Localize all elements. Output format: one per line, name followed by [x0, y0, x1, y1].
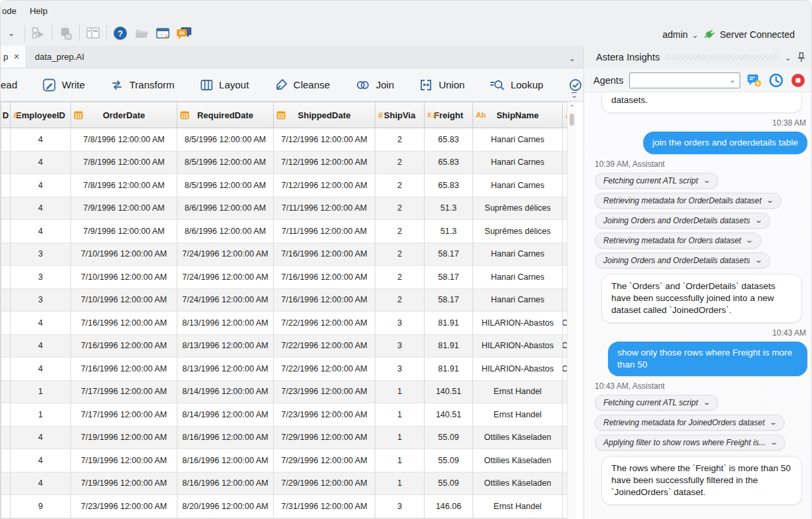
table-row[interactable]: 47/8/1996 12:00:00 AM8/5/1996 12:00:00 A… — [1, 174, 567, 197]
cell[interactable]: 1 — [11, 403, 71, 427]
scroll-up-icon[interactable]: ⌃ — [567, 102, 576, 112]
cell[interactable] — [1, 335, 11, 358]
ribbon-item-cleanse[interactable]: Cleanse — [274, 78, 330, 92]
agent-action-pill[interactable]: Fetching current ATL script⌄ — [595, 173, 718, 189]
table-row[interactable]: 47/16/1996 12:00:00 AM8/13/1996 12:00:00… — [1, 312, 567, 335]
new-chat-icon[interactable] — [746, 72, 762, 88]
cell[interactable]: 2 — [375, 174, 425, 197]
cell[interactable]: 7/29/1996 12:00:00 AM — [274, 427, 375, 450]
cell[interactable]: 55.09 — [425, 449, 473, 472]
agent-action-pill[interactable]: Applying filter to show rows where Freig… — [595, 435, 785, 451]
agent-action-pill[interactable]: Fetching current ATL script⌄ — [595, 395, 718, 411]
user-name[interactable]: admin — [662, 29, 688, 40]
cell[interactable]: 3 — [11, 243, 71, 266]
agent-action-pill[interactable]: Retrieving metadata for Orders dataset⌄ — [595, 233, 761, 249]
column-header-RequiredDate[interactable]: RequiredDate — [177, 102, 274, 128]
cell[interactable] — [1, 220, 11, 243]
table-row[interactable]: 37/10/1996 12:00:00 AM7/24/1996 12:00:00… — [1, 266, 567, 289]
close-icon[interactable]: ✕ — [13, 52, 19, 61]
cell[interactable]: Hanari Carnes — [473, 174, 563, 197]
cell[interactable] — [1, 472, 11, 496]
cell[interactable]: Hanari Carnes — [473, 266, 563, 289]
table-row[interactable]: 97/23/1996 12:00:00 AM8/20/1996 12:00:00… — [1, 495, 567, 518]
cell[interactable]: 4 — [11, 427, 71, 450]
table-row[interactable]: 37/10/1996 12:00:00 AM7/24/1996 12:00:00… — [1, 289, 567, 312]
chevron-down-icon[interactable]: ⌄ — [769, 418, 777, 427]
column-header-EmployeeID[interactable]: #EmployeeID — [11, 102, 71, 128]
table-row[interactable]: 47/19/1996 12:00:00 AM8/16/1996 12:00:00… — [1, 449, 567, 472]
cell[interactable]: Ottilies Käseladen — [473, 449, 563, 472]
cell[interactable]: 7/19/1996 12:00:00 AM — [71, 472, 177, 496]
cell[interactable] — [1, 403, 11, 427]
table-row[interactable]: 47/16/1996 12:00:00 AM8/13/1996 12:00:00… — [1, 335, 567, 358]
chat-message-list[interactable]: datasets.10:38 AMjoin the orders and ord… — [584, 92, 812, 519]
agent-action-pill[interactable]: Joining Orders and OrderDetails datasets… — [595, 253, 770, 268]
cell[interactable]: 7/17/1996 12:00:00 AM — [71, 381, 177, 404]
cell[interactable]: Hanari Carnes — [473, 243, 563, 266]
cell[interactable]: 7/16/1996 12:00:00 AM — [71, 335, 177, 358]
window-layout-icon[interactable] — [85, 25, 101, 41]
cell[interactable]: 1 — [375, 403, 425, 427]
scrollbar-thumb[interactable] — [569, 114, 574, 126]
cell[interactable]: 140.51 — [425, 381, 473, 404]
cell[interactable]: 1 — [375, 381, 425, 404]
tab-partial[interactable]: p ✕ — [1, 46, 25, 68]
cell[interactable] — [1, 174, 11, 197]
cell[interactable]: Ernst Handel — [473, 403, 563, 427]
cell[interactable]: 8/14/1996 12:00:00 AM — [177, 381, 274, 404]
chevron-down-icon[interactable]: ⌄ — [692, 29, 698, 40]
cell[interactable] — [1, 243, 11, 266]
ribbon-item-join[interactable]: Join — [355, 78, 395, 92]
cell[interactable] — [1, 152, 11, 175]
cell[interactable]: 7/23/1996 12:00:00 AM — [274, 403, 375, 427]
pin-icon[interactable] — [797, 52, 806, 62]
history-icon[interactable] — [768, 72, 784, 88]
agent-action-pill[interactable]: Retrieving metadata for OrderDetails dat… — [595, 193, 781, 209]
cell[interactable]: 1 — [375, 427, 425, 450]
cell[interactable]: Hanari Carnes — [473, 289, 563, 312]
cell[interactable] — [1, 427, 11, 450]
cell[interactable]: 3 — [11, 289, 71, 312]
cell[interactable]: 4 — [11, 128, 71, 152]
cell[interactable]: Ernst Handel — [473, 495, 563, 518]
cell[interactable]: 8/20/1996 12:00:00 AM — [177, 495, 274, 518]
cell[interactable]: 7/19/1996 12:00:00 AM — [71, 427, 177, 450]
cell[interactable]: 8/5/1996 12:00:00 AM — [177, 152, 274, 175]
cell[interactable] — [1, 289, 11, 312]
combo-chevron-icon[interactable]: ⌄ — [3, 25, 19, 41]
column-header-ShipName[interactable]: AbShipName — [473, 102, 563, 128]
panel-drag-texture[interactable] — [665, 54, 779, 60]
cell[interactable]: 146.06 — [425, 495, 473, 518]
ribbon-item-ead[interactable]: ead — [1, 79, 17, 90]
cell[interactable]: 8/5/1996 12:00:00 AM — [177, 174, 274, 197]
cell[interactable]: 2 — [375, 289, 425, 312]
cell[interactable]: Ottilies Käseladen — [473, 427, 563, 450]
chevron-down-icon[interactable]: ⌄ — [746, 236, 754, 245]
open-folder-icon[interactable] — [134, 25, 150, 41]
database-icon[interactable] — [58, 25, 74, 41]
cell[interactable]: 3 — [375, 312, 425, 335]
tab-overflow-chevron-icon[interactable]: ⌄ — [569, 52, 575, 64]
cell[interactable]: 7/22/1996 12:00:00 AM — [274, 358, 375, 381]
cell[interactable]: 7/19/1996 12:00:00 AM — [71, 449, 177, 472]
cell[interactable]: 65.83 — [425, 152, 473, 175]
cell[interactable]: 55.09 — [425, 472, 473, 496]
cell[interactable]: 2 — [375, 128, 425, 152]
cell[interactable] — [1, 495, 11, 518]
table-row[interactable]: 47/19/1996 12:00:00 AM8/16/1996 12:00:00… — [1, 427, 567, 450]
cell[interactable] — [1, 197, 11, 221]
ribbon-item-union[interactable]: Union — [419, 78, 464, 92]
cell[interactable]: 2 — [375, 220, 425, 243]
cell[interactable]: 65.83 — [425, 174, 473, 197]
ribbon-item-layout[interactable]: Layout — [200, 78, 249, 92]
column-header-ShipVia[interactable]: #ShipVia — [375, 102, 425, 128]
cell[interactable]: 7/16/1996 12:00:00 AM — [274, 266, 375, 289]
cell[interactable]: 7/24/1996 12:00:00 AM — [177, 289, 274, 312]
cell[interactable] — [1, 358, 11, 381]
table-row[interactable]: 47/8/1996 12:00:00 AM8/5/1996 12:00:00 A… — [1, 128, 567, 152]
cell[interactable]: 4 — [11, 174, 71, 197]
cell[interactable]: 7/9/1996 12:00:00 AM — [71, 220, 177, 243]
cell[interactable]: 8/6/1996 12:00:00 AM — [177, 220, 274, 243]
cell[interactable]: 7/12/1996 12:00:00 AM — [274, 128, 375, 152]
column-header-D[interactable]: D — [1, 102, 11, 128]
